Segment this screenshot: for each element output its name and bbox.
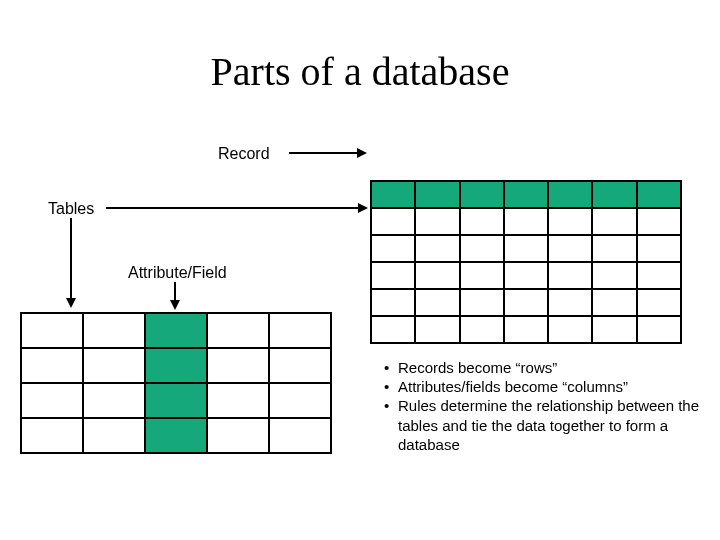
label-attribute-field: Attribute/Field [128,264,227,282]
table-row [371,316,681,343]
table-row [371,235,681,262]
arrow-tables-head [358,203,368,213]
list-item: Attributes/fields become “columns” [380,377,700,396]
table-row [21,383,331,418]
notes-list: Records become “rows” Attributes/fields … [380,358,700,454]
arrow-tables-down-line [70,218,72,300]
arrow-tables-line [106,207,361,209]
arrow-record-head [357,148,367,158]
table-row [21,418,331,453]
table-record [370,180,682,344]
list-item: Rules determine the relationship between… [380,396,700,454]
table-row [371,262,681,289]
arrow-attribute-line [174,282,176,302]
label-tables: Tables [48,200,94,218]
arrow-attribute-head [170,300,180,310]
table-row [21,348,331,383]
list-item: Records become “rows” [380,358,700,377]
table-row [21,313,331,348]
slide-title: Parts of a database [0,48,720,95]
table-row [371,181,681,208]
arrow-record-line [289,152,359,154]
table-row [371,208,681,235]
table-attribute [20,312,332,454]
table-row [371,289,681,316]
arrow-tables-down-head [66,298,76,308]
label-record: Record [218,145,270,163]
